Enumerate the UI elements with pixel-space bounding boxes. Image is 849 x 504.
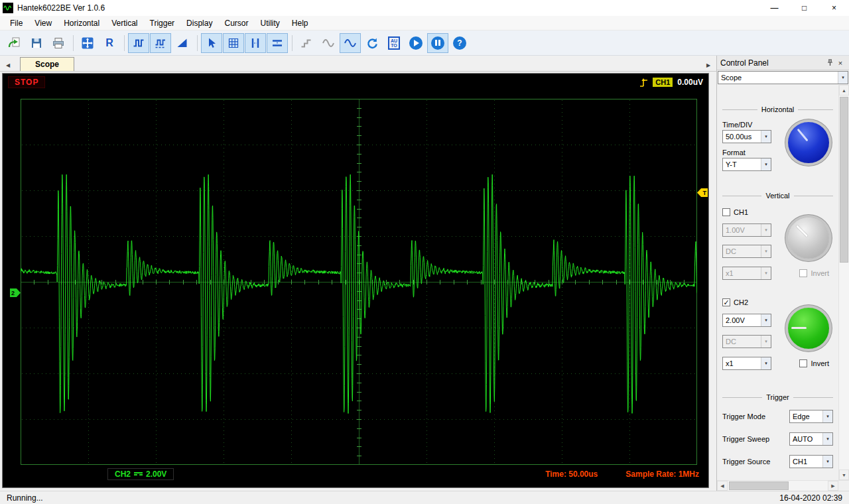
step-wave-icon [300, 36, 313, 50]
scroll-thumb[interactable] [840, 97, 848, 263]
scroll-down-icon[interactable]: ▼ [839, 470, 849, 480]
sine-wave-gray-button[interactable] [318, 33, 339, 53]
ch2-ground-marker[interactable]: 2 [10, 288, 21, 297]
ch1-probe-select[interactable]: x1 ▾ [722, 267, 771, 280]
trigger-sweep-label: Trigger Sweep [722, 435, 789, 443]
save-button[interactable] [26, 33, 47, 53]
panel-close-icon[interactable]: × [835, 58, 846, 68]
trigger-source-select[interactable]: CH1 ▾ [789, 455, 833, 468]
chevron-down-icon: ▾ [761, 357, 771, 369]
step-wave-button[interactable] [296, 33, 317, 53]
menu-cursor[interactable]: Cursor [218, 16, 254, 30]
square-wave-measure-icon [154, 36, 167, 50]
chevron-down-icon: ▾ [822, 410, 832, 422]
scroll-thumb[interactable] [729, 481, 789, 490]
panel-vertical-scrollbar[interactable]: ▲ ▼ [838, 85, 849, 480]
ch1-coupling-select[interactable]: DC ▾ [722, 245, 771, 258]
ch1-label: CH1 [734, 208, 748, 216]
menu-view[interactable]: View [29, 16, 58, 30]
reference-icon: R [105, 37, 113, 49]
pan-button[interactable] [77, 33, 98, 53]
vertical-cursors-icon [249, 36, 262, 50]
square-wave-measure-button[interactable] [150, 33, 171, 53]
trigger-sweep-select[interactable]: AUTO ▾ [789, 432, 833, 446]
tab-scroll-left-icon[interactable]: ◀ [3, 59, 13, 71]
chevron-down-icon: ▾ [761, 336, 771, 347]
scroll-up-icon[interactable]: ▲ [839, 85, 849, 95]
ch2-enable-checkbox[interactable]: ✓ [722, 298, 730, 306]
format-select[interactable]: Y-T ▾ [722, 158, 771, 171]
status-bar: Running... 16-04-2020 02:39 [0, 491, 849, 504]
toolbar: R AUTO ? [0, 31, 849, 56]
ch2-invert-label: Invert [811, 359, 829, 367]
menu-horizontal[interactable]: Horizontal [58, 16, 105, 30]
reference-button[interactable]: R [99, 33, 120, 53]
sine-wave-blue-button[interactable] [340, 33, 361, 53]
grid-button[interactable] [223, 33, 244, 53]
refresh-icon [365, 36, 379, 50]
horizontal-cursors-button[interactable] [267, 33, 288, 53]
cross-arrows-icon [81, 36, 94, 50]
ch1-enable-checkbox[interactable] [722, 208, 730, 216]
vertical-cursors-button[interactable] [245, 33, 266, 53]
scroll-left-icon[interactable]: ◀ [717, 481, 728, 491]
minimize-button[interactable]: — [759, 0, 789, 16]
pause-icon [431, 36, 444, 50]
panel-mode-select[interactable]: Scope ▾ [718, 71, 848, 84]
print-button[interactable] [48, 33, 69, 53]
help-icon: ? [453, 36, 466, 50]
status-datetime: 16-04-2020 02:39 [779, 493, 842, 503]
ch2-volts-knob[interactable] [788, 308, 829, 349]
pin-icon[interactable] [824, 58, 835, 68]
ch1-invert-label: Invert [811, 269, 829, 277]
scope-canvas [21, 99, 697, 465]
close-button[interactable]: × [819, 0, 849, 16]
scroll-track[interactable] [839, 95, 849, 470]
panel-horizontal-scrollbar[interactable]: ◀ ▶ [717, 480, 849, 491]
menu-utility[interactable]: Utility [254, 16, 285, 30]
start-button[interactable] [405, 33, 426, 53]
tab-scope[interactable]: Scope [20, 57, 74, 71]
horizontal-cursors-icon [271, 36, 284, 50]
auto-setup-button[interactable]: AUTO [383, 33, 405, 53]
open-file-button[interactable] [4, 33, 25, 53]
grid-icon [227, 36, 240, 50]
menu-display[interactable]: Display [180, 16, 218, 30]
trigger-edge-icon [639, 78, 648, 88]
menu-trigger[interactable]: Trigger [144, 16, 181, 30]
ramp-wave-button[interactable] [172, 33, 193, 53]
maximize-button[interactable]: □ [789, 0, 819, 16]
menu-file[interactable]: File [4, 16, 29, 30]
chevron-down-icon: ▾ [822, 433, 832, 445]
ch1-volts-select[interactable]: 1.00V ▾ [722, 223, 771, 237]
cursor-button[interactable] [201, 33, 222, 53]
ch2-coupling-select[interactable]: DC ▾ [722, 335, 771, 348]
ch2-invert-checkbox[interactable] [799, 359, 807, 367]
scroll-track[interactable] [728, 481, 828, 491]
save-icon [30, 36, 43, 50]
ch2-volts-select[interactable]: 2.00V ▾ [722, 314, 771, 327]
pause-button[interactable] [427, 33, 448, 53]
trigger-mode-select[interactable]: Edge ▾ [789, 410, 833, 423]
help-button[interactable]: ? [449, 33, 470, 53]
scroll-right-icon[interactable]: ▶ [828, 481, 838, 491]
sine-wave-gray-icon [322, 36, 335, 50]
trigger-level-marker[interactable]: T [697, 188, 708, 197]
ch2-probe-select[interactable]: x1 ▾ [722, 357, 771, 370]
trigger-level-readout: 0.00uV [677, 78, 703, 87]
section-trigger: Trigger [766, 393, 789, 401]
section-vertical: Vertical [765, 192, 789, 200]
ch2-badge-label: CH2 [115, 470, 131, 479]
panel-mode-value: Scope [721, 74, 742, 82]
timebase-knob[interactable] [788, 122, 829, 163]
menu-vertical[interactable]: Vertical [105, 16, 143, 30]
refresh-button[interactable] [361, 33, 383, 53]
menu-help[interactable]: Help [286, 16, 314, 30]
sample-rate-readout: Sample Rate: 1MHz [625, 470, 699, 479]
tab-scroll-right-icon[interactable]: ▶ [703, 59, 714, 71]
square-wave-button[interactable] [128, 33, 149, 53]
timediv-select[interactable]: 50.00us ▾ [722, 130, 771, 143]
ch1-invert-checkbox[interactable] [799, 269, 807, 277]
ch1-volts-knob[interactable] [788, 218, 829, 259]
control-panel-title: Control Panel [720, 58, 824, 68]
